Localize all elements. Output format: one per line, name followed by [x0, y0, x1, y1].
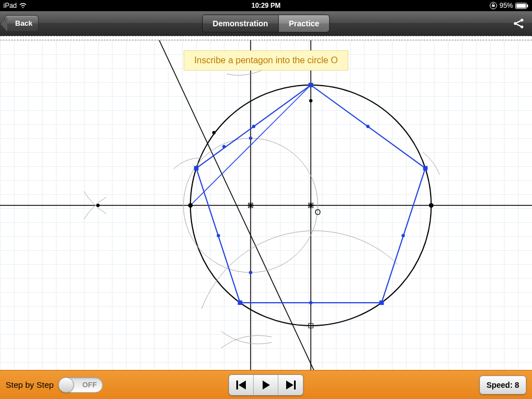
back-button[interactable]: Back: [4, 15, 39, 32]
svg-rect-19: [309, 83, 313, 87]
svg-point-32: [429, 203, 433, 208]
play-button[interactable]: [254, 375, 278, 395]
svg-marker-41: [263, 381, 270, 389]
instruction-text: Inscribe a pentagon into the circle O: [194, 55, 338, 65]
battery-label: 95%: [500, 2, 513, 10]
svg-rect-23: [194, 166, 199, 171]
play-icon: [261, 380, 271, 390]
svg-point-25: [402, 234, 405, 237]
status-time: 10:29 PM: [251, 2, 281, 10]
svg-rect-21: [379, 301, 384, 305]
svg-rect-43: [294, 381, 296, 389]
svg-point-35: [212, 131, 216, 134]
svg-point-15: [249, 137, 253, 140]
svg-marker-40: [239, 381, 246, 389]
svg-point-30: [309, 99, 312, 102]
speed-button[interactable]: Speed: 8: [479, 375, 526, 395]
svg-rect-22: [238, 301, 242, 305]
svg-point-34: [96, 204, 100, 207]
instruction-banner: Inscribe a pentagon into the circle O: [184, 50, 348, 71]
svg-rect-39: [236, 381, 238, 389]
tab-demonstration[interactable]: Demonstration: [203, 15, 279, 32]
svg-point-28: [252, 125, 255, 128]
svg-point-26: [309, 301, 312, 304]
svg-marker-42: [286, 381, 293, 389]
step-by-step-toggle[interactable]: OFF: [58, 377, 103, 393]
next-step-button[interactable]: [278, 375, 303, 395]
tab-practice[interactable]: Practice: [279, 15, 329, 32]
geometry-canvas[interactable]: Inscribe a pentagon into the circle O O: [0, 40, 532, 370]
center-point-label: O: [315, 208, 321, 217]
svg-point-16: [249, 271, 253, 274]
nav-bar: Back Demonstration Practice: [0, 11, 532, 36]
carrier-label: iPad: [3, 2, 17, 10]
playback-controls: [228, 374, 304, 396]
step-by-step-label: Step by Step: [6, 380, 54, 389]
wifi-icon: [19, 3, 27, 8]
svg-rect-2: [516, 4, 526, 8]
svg-rect-20: [423, 166, 428, 171]
bottom-toolbar: Step by Step OFF Speed: 8: [0, 370, 532, 399]
back-label: Back: [15, 19, 32, 27]
mode-segmented-control: Demonstration Practice: [202, 15, 330, 32]
svg-point-27: [217, 234, 220, 237]
skip-forward-icon: [285, 380, 296, 390]
svg-point-17: [222, 145, 226, 148]
svg-point-29: [309, 204, 312, 207]
geometry-drawing: [0, 40, 532, 370]
toggle-knob: [58, 377, 74, 393]
svg-point-33: [249, 204, 253, 207]
svg-rect-3: [527, 4, 528, 7]
orientation-lock-icon: [489, 2, 497, 10]
share-button[interactable]: [510, 15, 528, 32]
status-bar: iPad 10:29 PM 95%: [0, 0, 532, 11]
prev-step-button[interactable]: [229, 375, 254, 395]
skip-back-icon: [236, 380, 247, 390]
svg-point-31: [188, 203, 193, 208]
step-by-step-control: Step by Step OFF: [6, 377, 103, 393]
toggle-state-label: OFF: [82, 381, 97, 389]
battery-icon: [515, 3, 529, 9]
svg-point-24: [366, 125, 370, 128]
ruler-bar: [0, 36, 532, 40]
speed-label: Speed: 8: [487, 381, 519, 389]
share-icon: [512, 17, 525, 30]
